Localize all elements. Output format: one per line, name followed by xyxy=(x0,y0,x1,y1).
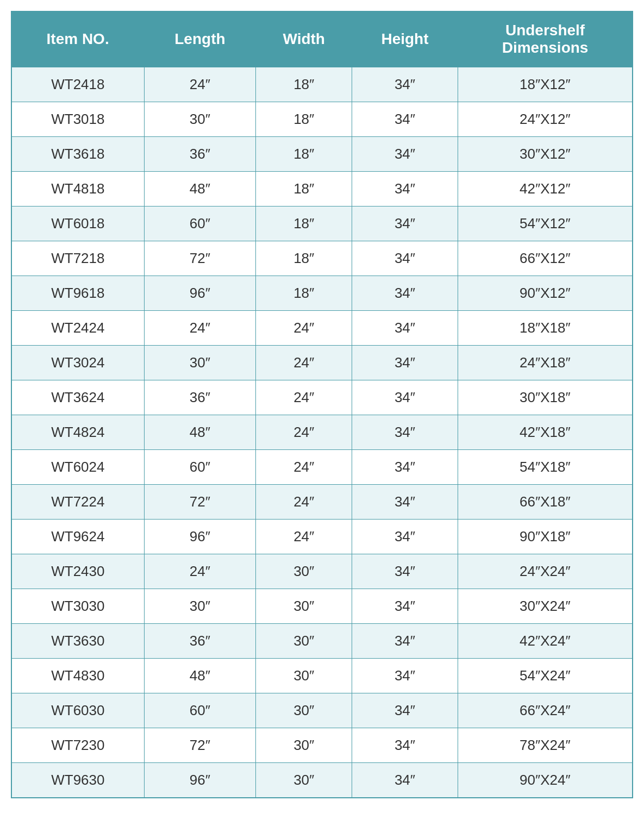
table-cell: 54″X18″ xyxy=(458,450,633,485)
table-cell: 30″X24″ xyxy=(458,589,633,624)
table-cell: 34″ xyxy=(352,311,458,346)
table-cell: 18″X12″ xyxy=(458,67,633,102)
table-cell: 34″ xyxy=(352,763,458,798)
table-cell: 42″X18″ xyxy=(458,415,633,450)
table-row: WT243024″30″34″24″X24″ xyxy=(11,554,633,589)
table-cell: 30″ xyxy=(256,728,352,763)
table-cell: 72″ xyxy=(144,728,255,763)
table-cell: 34″ xyxy=(352,137,458,172)
header-row: Item NO. Length Width Height UndershelfD… xyxy=(11,11,633,67)
table-cell: 60″ xyxy=(144,693,255,728)
table-cell: 30″ xyxy=(256,693,352,728)
table-row: WT723072″30″34″78″X24″ xyxy=(11,728,633,763)
table-container: Item NO. Length Width Height UndershelfD… xyxy=(0,0,644,832)
table-row: WT962496″24″34″90″X18″ xyxy=(11,520,633,554)
table-row: WT242424″24″34″18″X18″ xyxy=(11,311,633,346)
table-cell: 36″ xyxy=(144,624,255,659)
table-cell: 48″ xyxy=(144,172,255,207)
table-cell: 66″X12″ xyxy=(458,241,633,276)
table-cell: WT9624 xyxy=(11,520,144,554)
table-header: Item NO. Length Width Height UndershelfD… xyxy=(11,11,633,67)
table-cell: 60″ xyxy=(144,207,255,241)
table-cell: 54″X12″ xyxy=(458,207,633,241)
table-cell: 30″ xyxy=(144,589,255,624)
table-cell: 42″X24″ xyxy=(458,624,633,659)
table-cell: 34″ xyxy=(352,520,458,554)
table-cell: 24″X24″ xyxy=(458,554,633,589)
table-cell: 30″X12″ xyxy=(458,137,633,172)
table-cell: 24″ xyxy=(256,450,352,485)
table-row: WT481848″18″34″42″X12″ xyxy=(11,172,633,207)
table-cell: 54″X24″ xyxy=(458,659,633,693)
table-cell: WT7218 xyxy=(11,241,144,276)
table-cell: 34″ xyxy=(352,380,458,415)
table-row: WT482448″24″34″42″X18″ xyxy=(11,415,633,450)
table-cell: WT6030 xyxy=(11,693,144,728)
table-cell: 66″X18″ xyxy=(458,485,633,520)
table-cell: 18″ xyxy=(256,137,352,172)
table-cell: 66″X24″ xyxy=(458,693,633,728)
table-cell: 18″ xyxy=(256,102,352,137)
table-cell: 24″ xyxy=(256,346,352,380)
table-row: WT302430″24″34″24″X18″ xyxy=(11,346,633,380)
table-cell: 34″ xyxy=(352,102,458,137)
table-row: WT601860″18″34″54″X12″ xyxy=(11,207,633,241)
table-cell: 18″ xyxy=(256,207,352,241)
table-cell: 24″ xyxy=(256,485,352,520)
table-cell: 96″ xyxy=(144,763,255,798)
table-cell: 96″ xyxy=(144,520,255,554)
table-cell: 48″ xyxy=(144,659,255,693)
table-cell: WT4818 xyxy=(11,172,144,207)
table-cell: 36″ xyxy=(144,137,255,172)
table-cell: 42″X12″ xyxy=(458,172,633,207)
table-cell: 78″X24″ xyxy=(458,728,633,763)
table-cell: 24″ xyxy=(144,67,255,102)
table-cell: 30″ xyxy=(256,589,352,624)
col-header-item-no: Item NO. xyxy=(11,11,144,67)
table-cell: 90″X24″ xyxy=(458,763,633,798)
table-cell: 18″ xyxy=(256,276,352,311)
table-row: WT961896″18″34″90″X12″ xyxy=(11,276,633,311)
table-cell: WT3030 xyxy=(11,589,144,624)
table-cell: WT3024 xyxy=(11,346,144,380)
table-cell: 18″X18″ xyxy=(458,311,633,346)
table-cell: WT9630 xyxy=(11,763,144,798)
col-header-undershelf: UndershelfDimensions xyxy=(458,11,633,67)
table-cell: 24″X12″ xyxy=(458,102,633,137)
table-cell: 36″ xyxy=(144,380,255,415)
table-cell: 24″ xyxy=(144,554,255,589)
table-cell: 30″ xyxy=(256,763,352,798)
table-cell: 90″X18″ xyxy=(458,520,633,554)
table-cell: 30″X18″ xyxy=(458,380,633,415)
table-cell: 30″ xyxy=(256,659,352,693)
table-cell: 30″ xyxy=(144,346,255,380)
table-cell: WT7224 xyxy=(11,485,144,520)
table-cell: WT3018 xyxy=(11,102,144,137)
table-cell: 34″ xyxy=(352,589,458,624)
table-cell: 24″X18″ xyxy=(458,346,633,380)
table-cell: 34″ xyxy=(352,276,458,311)
table-row: WT963096″30″34″90″X24″ xyxy=(11,763,633,798)
table-cell: 96″ xyxy=(144,276,255,311)
table-cell: 34″ xyxy=(352,485,458,520)
table-cell: 24″ xyxy=(256,311,352,346)
table-cell: 90″X12″ xyxy=(458,276,633,311)
table-cell: 30″ xyxy=(256,554,352,589)
table-cell: WT2424 xyxy=(11,311,144,346)
col-header-width: Width xyxy=(256,11,352,67)
table-cell: WT6018 xyxy=(11,207,144,241)
table-row: WT361836″18″34″30″X12″ xyxy=(11,137,633,172)
col-header-height: Height xyxy=(352,11,458,67)
table-cell: 30″ xyxy=(256,624,352,659)
table-body: WT241824″18″34″18″X12″WT301830″18″34″24″… xyxy=(11,67,633,798)
table-cell: WT6024 xyxy=(11,450,144,485)
table-cell: 60″ xyxy=(144,450,255,485)
table-cell: 18″ xyxy=(256,67,352,102)
col-header-length: Length xyxy=(144,11,255,67)
table-cell: 34″ xyxy=(352,67,458,102)
table-row: WT602460″24″34″54″X18″ xyxy=(11,450,633,485)
table-cell: 34″ xyxy=(352,728,458,763)
table-cell: WT3618 xyxy=(11,137,144,172)
table-cell: 34″ xyxy=(352,624,458,659)
table-cell: WT2418 xyxy=(11,67,144,102)
